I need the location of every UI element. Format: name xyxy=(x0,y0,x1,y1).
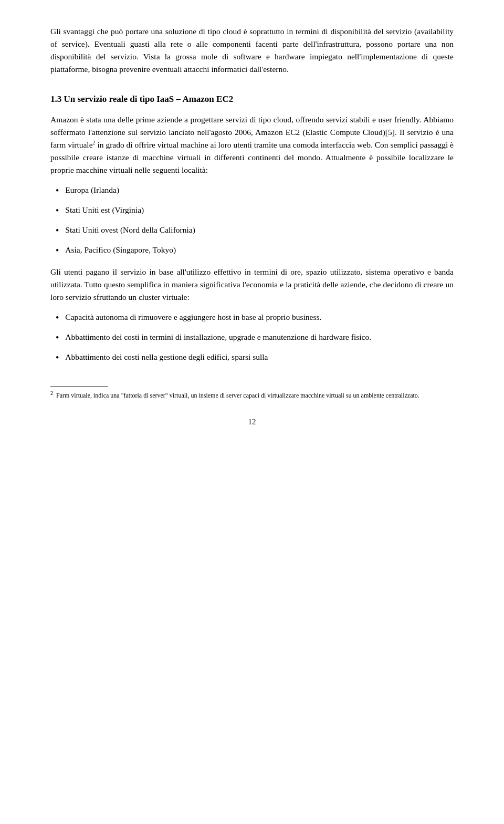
location-list: Europa (Irlanda) Stati Uniti est (Virgin… xyxy=(50,184,454,258)
page-number: 12 xyxy=(50,416,454,428)
benefits-list: Capacità autonoma di rimuovere e aggiung… xyxy=(50,311,454,366)
footnote-number: 2 xyxy=(50,390,53,396)
payment-paragraph: Gli utenti pagano il servizio in base al… xyxy=(50,266,454,304)
footnote-ref-2: 2 xyxy=(93,140,96,145)
list-item: Asia, Pacifico (Singapore, Tokyo) xyxy=(50,244,454,258)
list-item: Stati Uniti est (Virginia) xyxy=(50,204,454,218)
footnote-2: 2 Farm virtuale, indica una "fattoria di… xyxy=(50,391,454,400)
section-paragraph-1: Amazon è stata una delle prime aziende a… xyxy=(50,113,454,176)
list-item: Europa (Irlanda) xyxy=(50,184,454,199)
intro-paragraph: Gli svantaggi che può portare una soluzi… xyxy=(50,25,454,76)
section-heading-1-3: 1.3 Un servizio reale di tipo IaaS – Ama… xyxy=(50,92,454,106)
list-item-costs-buildings: Abbattimento dei costi nella gestione de… xyxy=(50,351,454,366)
list-item-costs-installation: Abbattimento dei costi in termini di ins… xyxy=(50,331,454,346)
list-item: Stati Uniti ovest (Nord della California… xyxy=(50,224,454,238)
page-content: Gli svantaggi che può portare una soluzi… xyxy=(0,0,504,824)
keyword-software: software xyxy=(233,52,261,61)
footnote-divider xyxy=(50,387,108,387)
list-item-capacity: Capacità autonoma di rimuovere e aggiung… xyxy=(50,311,454,326)
